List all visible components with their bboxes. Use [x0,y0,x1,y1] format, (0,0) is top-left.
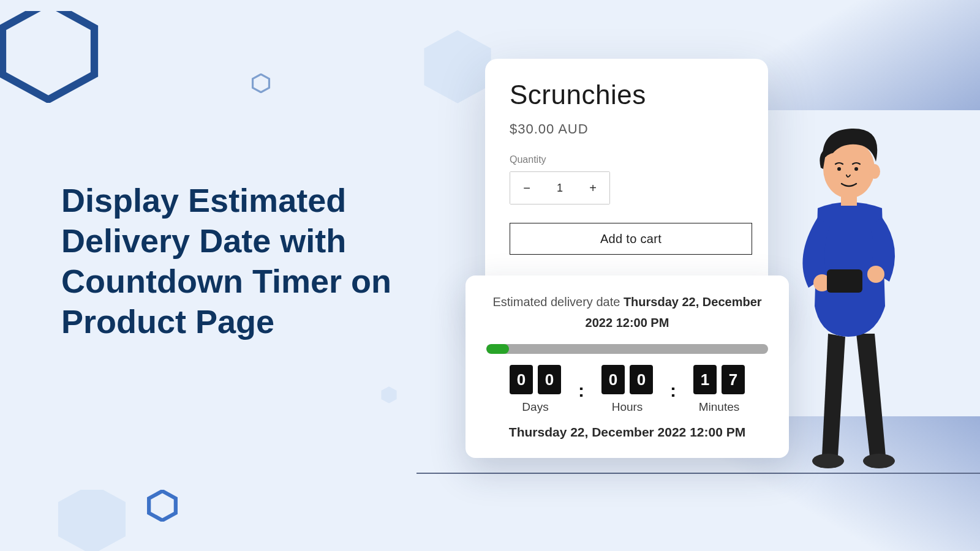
svg-point-13 [854,167,858,171]
product-price: $30.00 AUD [510,121,744,137]
countdown-hours-group: 0 0 Hours [601,365,653,414]
final-delivery-date: Thursday 22, December 2022 12:00 PM [486,425,768,440]
countdown-minutes-group: 1 7 Minutes [693,365,745,414]
hexagon-icon [380,386,398,404]
svg-marker-1 [253,74,270,92]
countdown-minutes-label: Minutes [699,400,740,414]
countdown-hours-label: Hours [612,400,643,414]
delivery-card: Estimated delivery date Thursday 22, Dec… [466,276,789,458]
estimated-prefix: Estimated delivery date [492,295,623,309]
svg-marker-3 [149,491,176,520]
headline: Display Estimated Delivery Date with Cou… [61,181,417,342]
svg-point-7 [867,266,884,283]
hexagon-icon [251,73,271,93]
countdown-days-d2: 0 [538,365,561,394]
countdown-separator: : [578,378,584,401]
quantity-stepper[interactable]: − 1 + [510,171,610,204]
countdown-days-group: 0 0 Days [510,365,561,414]
svg-point-4 [812,454,844,468]
svg-point-12 [837,167,841,171]
countdown-minutes-d2: 7 [722,365,745,394]
svg-point-11 [869,164,880,179]
countdown-minutes-d1: 1 [693,365,717,394]
svg-marker-2 [381,386,396,403]
svg-rect-8 [827,269,862,293]
countdown-hours-d2: 0 [630,365,653,394]
hexagon-icon [0,11,100,103]
countdown-separator: : [670,378,676,401]
delivery-progress-fill [486,344,509,354]
quantity-value: 1 [543,172,576,204]
hexagon-icon [146,490,178,522]
hexagon-icon [55,490,129,551]
quantity-increment-button[interactable]: + [576,172,609,204]
add-to-cart-button[interactable]: Add to cart [510,223,752,255]
delivery-progress-bar [486,344,768,354]
product-title: Scrunchies [510,80,744,110]
quantity-label: Quantity [510,154,744,165]
countdown-timer: 0 0 Days : 0 0 Hours : 1 7 Minutes [486,365,768,414]
countdown-hours-d1: 0 [601,365,625,394]
countdown-days-label: Days [522,400,548,414]
svg-marker-0 [424,30,491,103]
person-illustration [784,116,913,474]
countdown-days-d1: 0 [510,365,533,394]
estimated-delivery-text: Estimated delivery date Thursday 22, Dec… [486,291,768,333]
svg-point-5 [863,454,895,468]
quantity-decrement-button[interactable]: − [510,172,543,204]
